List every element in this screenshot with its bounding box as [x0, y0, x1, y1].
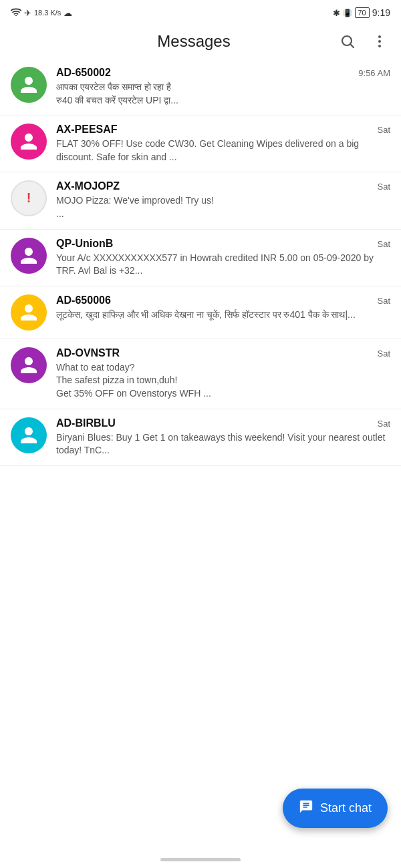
message-header: AD-BIRBLU Sat — [56, 417, 390, 429]
app-bar-actions — [337, 31, 390, 52]
fab-container: Start chat — [283, 789, 388, 828]
vibrate-icon: 📳 — [343, 9, 352, 17]
message-content: AD-650002 9:56 AM आपका एयरटेल पैक समाप्त… — [56, 67, 390, 107]
message-item[interactable]: ! AX-MOJOPZ Sat MOJO Pizza: We've improv… — [0, 172, 401, 229]
message-sender: AX-MOJOPZ — [56, 180, 120, 192]
message-item[interactable]: AD-650002 9:56 AM आपका एयरटेल पैक समाप्त… — [0, 59, 401, 116]
app-bar: Messages — [0, 24, 401, 59]
message-content: AD-650006 Sat लूटकेस, खुदा हाफिज़ और भी … — [56, 294, 390, 322]
message-sender: AX-PEESAF — [56, 124, 118, 136]
status-right: ✱ 📳 70 9:19 — [333, 7, 391, 18]
message-header: AX-PEESAF Sat — [56, 124, 390, 136]
search-button[interactable] — [337, 31, 358, 52]
message-header: AD-650002 9:56 AM — [56, 67, 390, 79]
message-preview: What to eat today? The safest pizza in t… — [56, 361, 390, 401]
message-time: Sat — [377, 419, 390, 429]
message-preview: Biryani Blues: Buy 1 Get 1 on takeaways … — [56, 431, 390, 457]
message-sender: AD-OVNSTR — [56, 347, 120, 359]
message-content: AD-BIRBLU Sat Biryani Blues: Buy 1 Get 1… — [56, 417, 390, 457]
message-sender: QP-UnionB — [56, 238, 113, 250]
message-list: AD-650002 9:56 AM आपका एयरटेल पैक समाप्त… — [0, 59, 401, 466]
message-sender: AD-BIRBLU — [56, 417, 116, 429]
speed-text: 18.3 K/s — [34, 9, 61, 17]
message-time: Sat — [377, 182, 390, 192]
message-header: QP-UnionB Sat — [56, 238, 390, 250]
bluetooth-icon: ✱ — [333, 8, 340, 18]
message-time: Sat — [377, 239, 390, 249]
wifi-icon — [11, 7, 21, 19]
start-chat-button[interactable]: Start chat — [283, 789, 388, 828]
message-item[interactable]: AX-PEESAF Sat FLAT 30% OFF! Use code CW3… — [0, 116, 401, 172]
avatar — [11, 347, 47, 383]
message-time: Sat — [377, 125, 390, 135]
svg-point-3 — [378, 35, 381, 38]
home-indicator — [160, 858, 241, 861]
message-content: AX-MOJOPZ Sat MOJO Pizza: We've improved… — [56, 180, 390, 220]
svg-point-0 — [15, 15, 17, 16]
avatar: ! — [11, 180, 47, 216]
message-item[interactable]: AD-650006 Sat लूटकेस, खुदा हाफिज़ और भी … — [0, 286, 401, 339]
message-content: AD-OVNSTR Sat What to eat today? The saf… — [56, 347, 390, 401]
svg-point-4 — [378, 40, 381, 43]
message-item[interactable]: AD-BIRBLU Sat Biryani Blues: Buy 1 Get 1… — [0, 409, 401, 466]
svg-text:!: ! — [27, 191, 31, 206]
message-sender: AD-650006 — [56, 294, 111, 306]
message-preview: FLAT 30% OFF! Use code CW30. Get Cleanin… — [56, 138, 390, 164]
message-preview: आपका एयरटेल पैक समाप्त हो रहा है रु40 की… — [56, 81, 390, 107]
status-bar: ✈ 18.3 K/s ☁ ✱ 📳 70 9:19 — [0, 0, 401, 24]
airplane-icon: ✈ — [24, 8, 31, 18]
message-item[interactable]: AD-OVNSTR Sat What to eat today? The saf… — [0, 339, 401, 409]
start-chat-label: Start chat — [320, 801, 372, 815]
svg-point-5 — [378, 45, 381, 47]
avatar — [11, 124, 47, 160]
message-content: AX-PEESAF Sat FLAT 30% OFF! Use code CW3… — [56, 124, 390, 164]
message-time: 9:56 AM — [358, 68, 390, 78]
message-preview: Your A/c XXXXXXXXXXX577 in Howrah credit… — [56, 252, 390, 278]
message-preview: लूटकेस, खुदा हाफिज़ और भी अधिक देखना ना … — [56, 308, 390, 322]
message-content: QP-UnionB Sat Your A/c XXXXXXXXXXX577 in… — [56, 238, 390, 278]
avatar — [11, 294, 47, 331]
message-header: AX-MOJOPZ Sat — [56, 180, 390, 192]
avatar — [11, 417, 47, 453]
message-time: Sat — [377, 349, 390, 359]
message-sender: AD-650002 — [56, 67, 111, 79]
page-title: Messages — [51, 32, 337, 51]
chat-icon — [299, 799, 313, 817]
svg-line-2 — [351, 45, 354, 48]
avatar — [11, 238, 47, 274]
avatar — [11, 67, 47, 103]
message-time: Sat — [377, 296, 390, 306]
message-header: AD-OVNSTR Sat — [56, 347, 390, 359]
status-left: ✈ 18.3 K/s ☁ — [11, 7, 72, 19]
message-header: AD-650006 Sat — [56, 294, 390, 306]
message-preview: MOJO Pizza: We've improved! Try us! ... — [56, 194, 390, 220]
more-vert-icon — [372, 33, 388, 49]
more-options-button[interactable] — [369, 31, 390, 52]
message-item[interactable]: QP-UnionB Sat Your A/c XXXXXXXXXXX577 in… — [0, 230, 401, 286]
cloud-icon: ☁ — [63, 8, 72, 18]
search-icon — [340, 33, 356, 49]
battery-icon: 70 — [355, 7, 370, 18]
time-display: 9:19 — [372, 7, 390, 18]
